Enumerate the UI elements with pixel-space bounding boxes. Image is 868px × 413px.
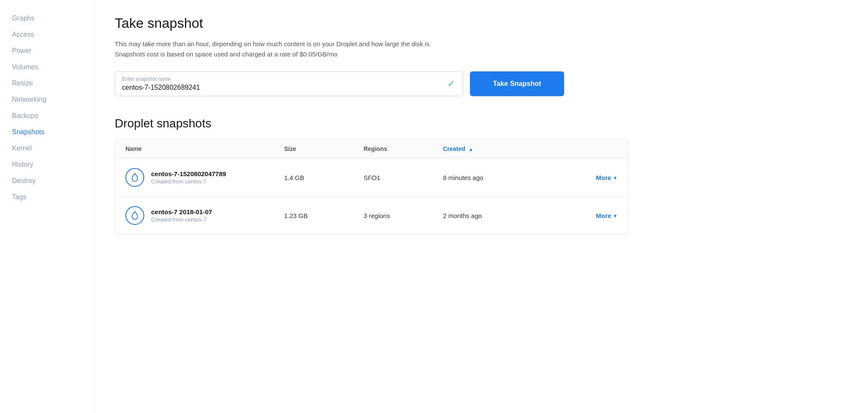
droplet-icon — [130, 173, 140, 182]
sidebar-item-kernel[interactable]: Kernel — [0, 140, 94, 156]
sidebar-item-networking[interactable]: Networking — [0, 91, 94, 108]
table-row: centos-7 2018-01-07 Created from centos-… — [115, 197, 628, 234]
snapshot-subtitle: Created from centos-7 — [151, 216, 206, 223]
snapshot-name: centos-7 2018-01-07 — [151, 208, 212, 215]
description-line1: This may take more than an hour, dependi… — [115, 40, 431, 47]
snapshot-actions: More ▼ — [538, 174, 618, 181]
chevron-down-icon: ▼ — [613, 175, 618, 180]
page-title: Take snapshot — [115, 15, 847, 31]
snapshot-input-wrapper: Enter snapshot name ✓ — [115, 71, 463, 96]
droplet-icon — [130, 211, 140, 220]
snapshot-regions: 3 regions — [363, 212, 443, 219]
main-content: Take snapshot This may take more than an… — [94, 0, 868, 413]
snapshot-regions: SFO1 — [363, 174, 443, 181]
snapshot-icon — [125, 206, 144, 225]
app-layout: GraphsAccessPowerVolumesResizeNetworking… — [0, 0, 868, 413]
sidebar-item-snapshots[interactable]: Snapshots — [0, 124, 94, 140]
col-header-name: Name — [125, 145, 284, 152]
more-button[interactable]: More ▼ — [596, 212, 618, 219]
description-line2: Snapshots cost is based on space used an… — [115, 50, 337, 58]
snapshot-name-cell: centos-7 2018-01-07 Created from centos-… — [125, 206, 284, 225]
col-header-regions: Regions — [363, 145, 443, 152]
col-header-created[interactable]: Created ▲ — [443, 145, 538, 152]
snapshot-actions: More ▼ — [538, 212, 618, 219]
snapshot-form: Enter snapshot name ✓ Take Snapshot — [115, 71, 564, 96]
snapshot-name-input[interactable] — [122, 84, 456, 91]
chevron-down-icon: ▼ — [613, 213, 618, 218]
snapshot-size: 1.4 GB — [284, 174, 363, 181]
col-header-size: Size — [284, 145, 363, 152]
sidebar-item-history[interactable]: History — [0, 156, 94, 173]
snapshot-created: 2 months ago — [443, 212, 538, 219]
snapshots-table: Name Size Regions Created ▲ centos-7-152… — [115, 139, 628, 235]
snapshot-size: 1.23 GB — [284, 212, 363, 219]
snapshot-name-info: centos-7 2018-01-07 Created from centos-… — [151, 208, 212, 223]
sidebar-item-volumes[interactable]: Volumes — [0, 59, 94, 75]
more-button[interactable]: More ▼ — [596, 174, 618, 181]
valid-checkmark: ✓ — [447, 78, 455, 89]
sidebar-item-power[interactable]: Power — [0, 43, 94, 59]
sidebar-item-graphs[interactable]: Graphs — [0, 10, 94, 27]
col-header-actions — [538, 145, 618, 152]
sidebar-item-tags[interactable]: Tags — [0, 189, 94, 205]
snapshot-input-label: Enter snapshot name — [122, 76, 456, 82]
description: This may take more than an hour, dependi… — [115, 39, 500, 59]
section-title: Droplet snapshots — [115, 117, 847, 130]
table-header: Name Size Regions Created ▲ — [115, 139, 628, 159]
sort-arrow-icon: ▲ — [469, 147, 473, 152]
snapshot-name-cell: centos-7-1520802047789 Created from cent… — [125, 168, 284, 187]
snapshot-name-info: centos-7-1520802047789 Created from cent… — [151, 170, 226, 185]
sidebar-item-destroy[interactable]: Destroy — [0, 173, 94, 189]
take-snapshot-button[interactable]: Take Snapshot — [470, 71, 564, 96]
table-body: centos-7-1520802047789 Created from cent… — [115, 159, 628, 234]
snapshot-icon — [125, 168, 144, 187]
snapshot-subtitle: Created from centos-7 — [151, 178, 206, 185]
sidebar: GraphsAccessPowerVolumesResizeNetworking… — [0, 0, 94, 413]
sidebar-item-backups[interactable]: Backups — [0, 108, 94, 124]
sidebar-item-resize[interactable]: Resize — [0, 75, 94, 91]
snapshot-created: 8 minutes ago — [443, 174, 538, 181]
table-row: centos-7-1520802047789 Created from cent… — [115, 159, 628, 197]
snapshot-name: centos-7-1520802047789 — [151, 170, 226, 177]
sidebar-item-access[interactable]: Access — [0, 27, 94, 43]
